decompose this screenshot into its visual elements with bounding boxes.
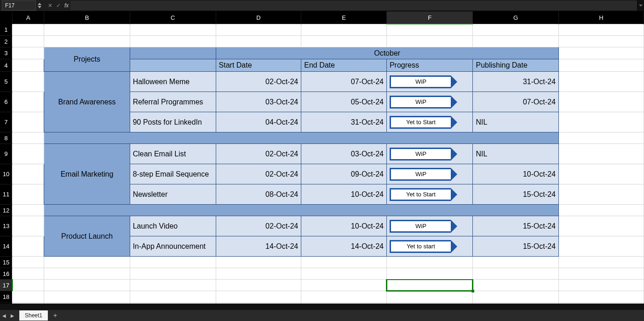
publish-cell[interactable]: NIL	[473, 144, 558, 164]
task-cell[interactable]: Clean Email List	[130, 144, 216, 164]
row-header-3[interactable]: 3	[0, 47, 12, 59]
cell[interactable]	[44, 24, 130, 36]
status-cell[interactable]: WiP	[386, 216, 473, 236]
cell-B17[interactable]	[44, 280, 130, 291]
cell-C18[interactable]	[130, 291, 216, 303]
cell-H15[interactable]	[558, 257, 644, 268]
row-header-9[interactable]: 9	[0, 144, 12, 164]
cell[interactable]	[12, 205, 44, 216]
cell-G17[interactable]	[473, 280, 558, 291]
cell[interactable]	[12, 36, 44, 47]
blank-header-c4[interactable]	[130, 59, 216, 72]
cell-B16[interactable]	[44, 268, 130, 280]
end-cell[interactable]: 05-Oct-24	[301, 92, 387, 112]
status-cell[interactable]: Yet to Start	[386, 112, 473, 132]
cell[interactable]	[12, 236, 44, 257]
row-header-18[interactable]: 18	[0, 291, 12, 303]
tab-nav-prev[interactable]: ◀	[0, 310, 8, 321]
publish-cell[interactable]: 07-Oct-24	[473, 92, 558, 112]
cell[interactable]	[130, 24, 216, 36]
end-cell[interactable]: 10-Oct-24	[301, 184, 387, 205]
task-cell[interactable]: Halloween Meme	[130, 72, 216, 92]
formula-expand-button[interactable]	[637, 0, 644, 11]
cell[interactable]	[386, 36, 473, 47]
cell[interactable]	[301, 24, 387, 36]
cell[interactable]	[558, 164, 644, 184]
cell-F16[interactable]	[386, 268, 473, 280]
col-header-D[interactable]: D	[216, 11, 301, 24]
cell-C17[interactable]	[130, 280, 216, 291]
task-cell[interactable]: 8-step Email Sequence	[130, 164, 216, 184]
cell-E15[interactable]	[301, 257, 387, 268]
cell[interactable]	[12, 164, 44, 184]
cell[interactable]	[558, 92, 644, 112]
fx-icon[interactable]: fx	[64, 2, 69, 9]
cell-C16[interactable]	[130, 268, 216, 280]
cell[interactable]	[558, 112, 644, 132]
cell-E18[interactable]	[301, 291, 387, 303]
cell[interactable]	[386, 24, 473, 36]
cell[interactable]	[12, 184, 44, 205]
cell-C15[interactable]	[130, 257, 216, 268]
status-cell[interactable]: WiP	[386, 144, 473, 164]
cell[interactable]	[558, 59, 644, 72]
col-header-B[interactable]: B	[44, 11, 130, 24]
task-cell[interactable]: Newsletter	[130, 184, 216, 205]
cell-A18[interactable]	[12, 291, 44, 303]
blank-header-c[interactable]	[130, 47, 216, 59]
row-header-4[interactable]: 4	[0, 59, 12, 72]
name-box[interactable]: F17	[2, 0, 36, 11]
cell-C19[interactable]	[130, 303, 216, 304]
col-header-G[interactable]: G	[473, 11, 558, 24]
project-name[interactable]: Product Launch	[44, 216, 130, 257]
project-name[interactable]: Email Marketing	[44, 144, 130, 205]
end-cell[interactable]: 07-Oct-24	[301, 72, 387, 92]
row-header-2[interactable]: 2	[0, 36, 12, 47]
start-cell[interactable]: 02-Oct-24	[216, 216, 301, 236]
start-cell[interactable]: 02-Oct-24	[216, 164, 301, 184]
cell[interactable]	[558, 47, 644, 59]
cell-E17[interactable]	[301, 280, 387, 291]
sheet-tab[interactable]: Sheet1	[19, 310, 48, 321]
publish-header[interactable]: Publishing Date	[473, 59, 558, 72]
cell[interactable]	[558, 36, 644, 47]
cell-H19[interactable]	[558, 303, 644, 304]
confirm-button[interactable]: ✓	[54, 1, 63, 10]
cell[interactable]	[12, 144, 44, 164]
row-header-7[interactable]: 7	[0, 112, 12, 132]
cell-E16[interactable]	[301, 268, 387, 280]
col-header-C[interactable]: C	[130, 11, 216, 24]
status-cell[interactable]: WiP	[386, 92, 473, 112]
cell[interactable]	[216, 24, 301, 36]
month-header[interactable]: October	[216, 47, 558, 59]
start-cell[interactable]: 08-Oct-24	[216, 184, 301, 205]
start-date-header[interactable]: Start Date	[216, 59, 301, 72]
cell-B19[interactable]	[44, 303, 130, 304]
cell-B15[interactable]	[44, 257, 130, 268]
end-cell[interactable]: 10-Oct-24	[301, 216, 387, 236]
start-cell[interactable]: 14-Oct-24	[216, 236, 301, 257]
col-header-H[interactable]: H	[558, 11, 644, 24]
end-cell[interactable]: 03-Oct-24	[301, 144, 387, 164]
project-name[interactable]: Brand Awareness	[44, 72, 130, 132]
cell[interactable]	[12, 72, 44, 92]
publish-cell[interactable]: 15-Oct-24	[473, 184, 558, 205]
group-separator[interactable]	[44, 132, 558, 144]
selection-handle[interactable]	[472, 290, 474, 292]
cell-G16[interactable]	[473, 268, 558, 280]
name-box-stepper[interactable]	[38, 2, 44, 9]
cell-A19[interactable]	[12, 303, 44, 304]
publish-cell[interactable]: NIL	[473, 112, 558, 132]
start-cell[interactable]: 04-Oct-24	[216, 112, 301, 132]
cell-A16[interactable]	[12, 268, 44, 280]
row-header-19[interactable]: 19	[0, 303, 12, 304]
end-cell[interactable]: 14-Oct-24	[301, 236, 387, 257]
task-cell[interactable]: 90 Posts for LinkedIn	[130, 112, 216, 132]
select-all-corner[interactable]	[0, 11, 12, 24]
cell[interactable]	[558, 184, 644, 205]
cell-H17[interactable]	[558, 280, 644, 291]
status-cell[interactable]: Yet to start	[386, 236, 473, 257]
cell-G19[interactable]	[473, 303, 558, 304]
cell[interactable]	[12, 92, 44, 112]
row-header-5[interactable]: 5	[0, 72, 12, 92]
